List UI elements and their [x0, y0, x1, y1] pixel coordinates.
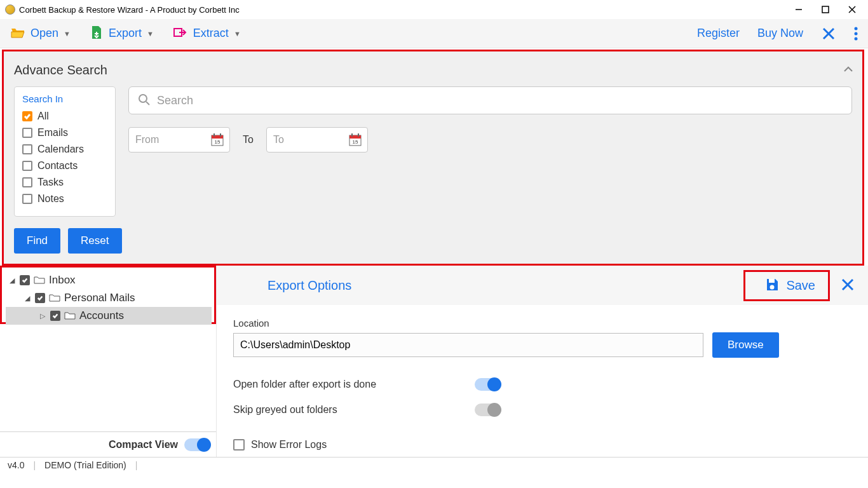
svg-point-7: [855, 27, 858, 30]
search-in-item-label: Calendars: [37, 144, 84, 155]
close-panel-button[interactable]: [821, 26, 836, 41]
advance-search-panel: Advance Search Search In AllEmailsCalend…: [4, 51, 862, 264]
tree-node[interactable]: ◢Personal Mails: [6, 289, 212, 307]
location-input[interactable]: [233, 333, 703, 357]
maximize-button[interactable]: [820, 4, 831, 15]
folder-icon: [49, 293, 60, 304]
search-in-item-label: Tasks: [37, 177, 64, 188]
advance-search-title: Advance Search: [14, 63, 852, 78]
search-in-panel: Search In AllEmailsCalendarsContactsTask…: [14, 86, 116, 217]
show-errors-checkbox[interactable]: [233, 439, 245, 451]
chevron-down-icon: ▼: [147, 30, 154, 37]
open-label: Open: [31, 27, 58, 40]
checkbox[interactable]: [22, 144, 32, 154]
svg-point-9: [855, 37, 858, 40]
caret-right-icon[interactable]: ▷: [39, 312, 46, 320]
app-icon: [5, 4, 15, 15]
extract-menu[interactable]: Extract ▼: [173, 26, 241, 41]
tree-node-label: Inbox: [49, 274, 76, 287]
version-label: v4.0: [8, 460, 24, 470]
svg-point-8: [855, 32, 858, 35]
chevron-down-icon: ▼: [64, 30, 71, 37]
search-in-item[interactable]: Calendars: [22, 144, 107, 155]
save-icon: [764, 277, 780, 294]
titlebar: Corbett Backup & Restore Wizard - A Prod…: [0, 0, 868, 19]
from-date-field[interactable]: 15: [128, 127, 230, 152]
checkbox[interactable]: [50, 311, 60, 321]
minimize-button[interactable]: [793, 4, 804, 15]
advance-search-highlight: Advance Search Search In AllEmailsCalend…: [2, 50, 864, 266]
separator: |: [135, 460, 138, 470]
caret-down-icon[interactable]: ◢: [24, 294, 31, 302]
tree-node[interactable]: ◢Inbox: [6, 271, 212, 289]
folder-open-icon: [10, 25, 25, 41]
export-menu[interactable]: Export ▼: [90, 25, 154, 42]
tree-highlight: ◢Inbox◢Personal Mails▷Accounts: [0, 266, 216, 324]
caret-down-icon[interactable]: ◢: [8, 276, 16, 285]
open-folder-label: Open folder after export is done: [233, 379, 468, 390]
svg-rect-20: [358, 133, 359, 137]
save-label: Save: [786, 278, 815, 293]
svg-rect-19: [351, 133, 353, 137]
svg-point-23: [770, 285, 775, 289]
window-title: Corbett Backup & Restore Wizard - A Prod…: [19, 5, 240, 15]
export-options-panel: Export Options Save Location Browse Open…: [216, 266, 868, 457]
search-in-item[interactable]: Notes: [22, 193, 107, 205]
from-date-input[interactable]: [135, 134, 199, 146]
to-label: To: [243, 134, 254, 146]
edition-label: DEMO (Trial Edition): [44, 460, 126, 470]
search-icon: [138, 93, 151, 108]
tree-node-label: Personal Mails: [64, 292, 135, 304]
calendar-icon[interactable]: 15: [348, 133, 362, 147]
search-in-item[interactable]: Contacts: [22, 160, 107, 172]
calendar-icon[interactable]: 15: [210, 133, 224, 147]
svg-text:15: 15: [215, 139, 220, 145]
buy-now-link[interactable]: Buy Now: [757, 27, 803, 40]
register-link[interactable]: Register: [697, 27, 740, 40]
search-in-item-label: Contacts: [37, 160, 78, 172]
open-folder-toggle[interactable]: [475, 378, 500, 391]
skip-greyed-label: Skip greyed out folders: [233, 404, 468, 416]
search-in-item[interactable]: All: [22, 111, 107, 122]
folder-icon: [34, 275, 45, 286]
reset-button[interactable]: Reset: [68, 228, 121, 254]
svg-rect-18: [349, 135, 361, 139]
search-input[interactable]: [157, 94, 843, 107]
search-in-item[interactable]: Emails: [22, 127, 107, 139]
svg-point-10: [139, 95, 147, 102]
checkbox[interactable]: [22, 111, 32, 121]
skip-greyed-toggle[interactable]: [475, 403, 500, 416]
save-button[interactable]: Save: [743, 270, 830, 301]
search-in-item-label: Emails: [37, 127, 68, 139]
chevron-down-icon: ▼: [234, 30, 241, 37]
extract-label: Extract: [193, 27, 229, 40]
find-button[interactable]: Find: [14, 228, 60, 254]
collapse-icon[interactable]: [843, 64, 853, 74]
to-date-field[interactable]: 15: [266, 127, 368, 152]
tree-node[interactable]: ▷Accounts: [6, 307, 212, 325]
location-label: Location: [233, 318, 855, 329]
svg-rect-15: [220, 133, 221, 137]
checkbox[interactable]: [35, 293, 45, 303]
search-in-item[interactable]: Tasks: [22, 177, 107, 188]
separator: |: [33, 460, 36, 470]
close-export-button[interactable]: [840, 277, 855, 294]
open-menu[interactable]: Open ▼: [10, 25, 71, 41]
checkbox[interactable]: [20, 275, 30, 285]
search-field[interactable]: [128, 86, 852, 114]
to-date-input[interactable]: [273, 134, 337, 146]
export-file-icon: [90, 25, 104, 42]
compact-view-toggle[interactable]: [184, 438, 210, 451]
browse-button[interactable]: Browse: [712, 332, 779, 358]
checkbox[interactable]: [22, 177, 32, 187]
kebab-menu-icon[interactable]: [854, 27, 858, 41]
svg-text:15: 15: [352, 139, 358, 145]
search-in-label: Search In: [22, 93, 107, 104]
checkbox[interactable]: [22, 194, 32, 204]
svg-rect-13: [212, 135, 223, 139]
close-window-button[interactable]: [846, 4, 858, 15]
extract-icon: [173, 26, 188, 41]
status-bar: v4.0 | DEMO (Trial Edition) |: [0, 457, 868, 472]
checkbox[interactable]: [22, 161, 32, 171]
checkbox[interactable]: [22, 128, 32, 138]
